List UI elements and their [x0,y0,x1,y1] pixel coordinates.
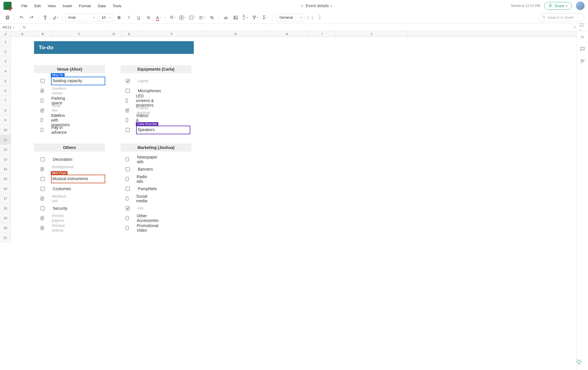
col-header[interactable]: F [138,31,206,37]
col-header[interactable]: A [11,31,34,37]
task-checkbox[interactable] [126,79,130,83]
spreadsheet-grid[interactable]: A B C D E F G H I J 12345678910111213141… [0,31,576,370]
align-button[interactable]: ▾ [198,14,206,22]
row-header[interactable]: 8 [0,105,11,115]
row-header[interactable]: 11 [0,135,11,145]
search-input[interactable]: Search in sheet [538,13,585,22]
task-text[interactable]: Medical aid [52,194,67,203]
task-checkbox[interactable] [41,118,43,122]
task-checkbox[interactable] [41,216,44,220]
task-text[interactable]: Banners [138,167,153,171]
menu-view[interactable]: View [48,4,56,8]
bold-button[interactable]: B [115,14,123,22]
row-header[interactable]: 20 [0,223,11,233]
row-header[interactable]: 10 [0,125,11,135]
task-text[interactable]: Decoration [53,157,72,162]
task-text[interactable]: Permit papers [52,214,65,223]
document-title[interactable]: Event details [306,3,329,8]
star-icon[interactable]: ★ [300,3,304,8]
task-text[interactable]: PR [138,206,143,211]
task-text[interactable]: Other Accessories [137,214,159,223]
task-checkbox[interactable] [41,226,44,230]
fill-color-button[interactable]: ▾ [168,14,176,22]
task-checkbox[interactable] [41,177,45,181]
col-header[interactable]: J [335,31,407,37]
task-checkbox[interactable] [126,167,130,171]
sort-icon[interactable]: AZ↓▾ [241,14,249,22]
task-text[interactable]: Security [53,206,67,211]
col-header[interactable]: H [265,31,309,37]
menu-tools[interactable]: Tools [112,4,121,8]
row-header[interactable]: 19 [0,213,11,223]
collaborate-icon[interactable] [580,58,585,64]
col-header[interactable]: D [107,31,121,37]
task-checkbox[interactable] [41,197,44,201]
task-checkbox[interactable] [126,226,129,230]
task-text[interactable]: Confirm venue [52,86,67,95]
parentheses-icon[interactable]: ( . ) [306,14,314,22]
wrap-text-button[interactable] [208,14,216,22]
row-header[interactable]: 15 [0,174,11,184]
merge-cells-button[interactable]: ▾ [188,14,196,22]
row-header[interactable]: 13 [0,154,11,164]
strikethrough-button[interactable]: S [144,14,153,22]
task-text[interactable]: Promotional Video [137,223,159,233]
col-header[interactable]: E [121,31,138,37]
check-icon[interactable]: ✓ [573,25,576,29]
task-checkbox[interactable] [126,216,129,220]
dropdown-icon[interactable]: ▾ [579,23,584,32]
borders-button[interactable]: ▾ [178,14,186,22]
row-header[interactable]: 14 [0,164,11,174]
task-checkbox[interactable] [126,108,129,112]
row-header[interactable]: 4 [0,66,11,76]
task-checkbox[interactable] [126,118,128,122]
font-family-dropdown[interactable]: Arial▾ [65,14,97,22]
format-painter-icon[interactable] [42,14,50,22]
row-header[interactable]: 18 [0,203,11,213]
assistant-bulb-icon[interactable] [575,358,583,366]
task-checkbox[interactable] [41,187,45,191]
task-checkbox[interactable] [126,128,130,132]
comments-icon[interactable] [580,46,585,52]
fx-label[interactable]: fx [20,24,28,31]
task-checkbox[interactable] [41,79,45,83]
task-text[interactable]: Lights [138,79,149,83]
chart-icon[interactable] [222,14,230,22]
col-header[interactable]: C [52,31,107,37]
task-text[interactable]: Social media [136,194,149,203]
task-text[interactable]: Pamphlets [138,186,157,191]
row-header[interactable]: 6 [0,86,11,96]
menu-data[interactable]: Data [98,4,106,8]
filter-icon[interactable]: ▾ [251,14,259,22]
task-checkbox[interactable] [41,89,44,93]
task-checkbox[interactable] [126,206,130,210]
task-checkbox[interactable] [126,157,129,161]
task-checkbox[interactable] [126,99,128,103]
clear-format-icon[interactable]: ▾ [51,14,59,22]
task-checkbox[interactable] [126,89,130,93]
task-text[interactable]: Speakers [138,127,155,132]
user-avatar[interactable] [576,1,585,10]
col-header[interactable]: I [309,31,335,37]
task-text[interactable]: Microphones [138,88,161,93]
print-icon[interactable] [3,14,12,22]
task-checkbox[interactable] [41,157,45,161]
row-header[interactable]: 7 [0,96,11,105]
task-checkbox[interactable] [41,108,44,112]
task-checkbox[interactable] [41,206,45,210]
menu-file[interactable]: File [21,4,27,8]
row-header[interactable]: 1 [0,37,11,47]
task-text[interactable]: Pay in advance [51,125,68,135]
formula-icon[interactable]: Σ▾ [261,14,269,22]
menu-format[interactable]: Format [79,4,91,8]
row-header[interactable]: 3 [0,56,11,66]
chevron-down-icon[interactable]: ▾ [330,4,332,7]
row-header[interactable]: 17 [0,194,11,203]
text-color-button[interactable]: A▾ [154,14,162,22]
row-header[interactable]: 21 [0,233,11,243]
task-checkbox[interactable] [126,177,129,181]
menu-edit[interactable]: Edit [34,4,41,8]
task-checkbox[interactable] [126,187,130,191]
more-icon[interactable] [316,14,324,22]
col-header[interactable]: B [34,31,52,37]
